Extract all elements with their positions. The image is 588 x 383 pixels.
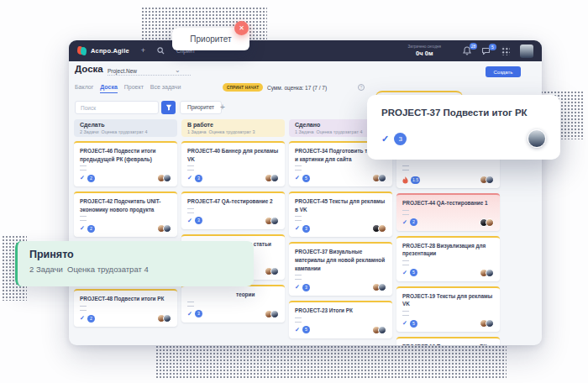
check-icon: ✓	[402, 320, 407, 327]
estimate-badge: 3	[302, 225, 310, 233]
task-card[interactable]: PROJECT-28 Визуализация для презентации …	[396, 236, 500, 281]
tab-all-tasks[interactable]: Все задачи	[150, 84, 181, 93]
check-icon: ✓	[402, 270, 407, 276]
app-window: Аспро.Agile + Спринт Затрачено сегодня 0…	[69, 40, 542, 345]
description-icon	[295, 317, 302, 323]
search-input[interactable]	[75, 101, 159, 114]
description-icon	[402, 165, 409, 171]
task-card[interactable]: PROJECT-37 Визуальные материалы для ново…	[289, 242, 392, 296]
check-icon: ✓	[187, 311, 192, 317]
user-avatar[interactable]	[520, 45, 533, 58]
assignee-avatars	[267, 310, 279, 318]
filter-button[interactable]	[161, 101, 176, 114]
notifications-bell-icon[interactable]: 28	[463, 46, 471, 55]
add-button[interactable]: +	[141, 47, 145, 55]
popup-task-title: PROJECT-37 Подвести итог РК	[381, 108, 546, 118]
task-card[interactable]: PROJECT-42 Подсчитать UNIT-экономику нов…	[74, 192, 177, 237]
assignee-avatars	[267, 267, 279, 275]
check-icon: ✓	[295, 175, 300, 181]
page-title: Доска	[75, 64, 103, 74]
estimate-badge: 1.5	[411, 176, 420, 184]
column-title: Сделать	[80, 122, 171, 128]
description-icon	[187, 208, 194, 213]
search-icon[interactable]	[157, 47, 165, 55]
check-icon: ✓	[402, 219, 407, 226]
assignee-avatars	[160, 174, 171, 182]
check-icon: ✓	[295, 284, 300, 291]
tab-board[interactable]: Доска	[100, 84, 118, 93]
description-icon	[80, 165, 87, 171]
estimate-badge: 2	[410, 218, 417, 226]
task-preview-popup[interactable]: PROJECT-37 Подвести итог РК ✓3	[367, 95, 560, 160]
task-title: PROJECT-45 Тексты для рекламы в VK	[295, 197, 386, 213]
assignee-avatars	[482, 176, 494, 184]
description-icon	[187, 302, 194, 307]
time-tracker: Затрачено сегодня 0ч 0м	[408, 45, 441, 57]
estimate-badge: 3	[394, 133, 407, 145]
task-title: теории	[187, 291, 279, 299]
description-icon	[402, 210, 409, 215]
check-icon: ✓	[187, 218, 192, 224]
time-tracker-label: Затрачено сегодня	[408, 45, 441, 49]
task-title: PROJECT-19 Тексты для рекламы VK	[402, 292, 494, 308]
check-icon: ✓	[80, 315, 85, 322]
messages-icon[interactable]: 5	[481, 47, 491, 55]
description-icon	[295, 275, 302, 280]
task-title: PROJECT-42 Подсчитать UNIT-экономику нов…	[80, 197, 171, 213]
estimate-badge: 2	[87, 315, 95, 323]
assignee-avatars	[267, 174, 279, 182]
board-tabs: Баклог Доска Проект Все задачи	[75, 84, 187, 93]
column-todo: Сделать 2 Задачи Оценка трудозатрат 4 PR…	[74, 119, 177, 327]
close-icon[interactable]: ✕	[234, 21, 249, 35]
task-card[interactable]: PROJECT-23 Итоги РК ✓5	[289, 301, 392, 338]
assignee-avatars	[375, 224, 386, 233]
task-card[interactable]: PROJECT-48 Подвести итоги РК ✓2	[74, 289, 177, 327]
accepted-column-callout: Принято 2 Задачи Оценка трудозатрат 4	[15, 241, 254, 286]
check-icon: ✓	[187, 175, 192, 181]
tab-backlog[interactable]: Баклог	[75, 84, 93, 93]
priority-filter-chip[interactable]: Приоритет	[180, 101, 222, 114]
page: Аспро.Agile + Спринт Затрачено сегодня 0…	[0, 0, 588, 383]
description-icon	[402, 260, 409, 265]
task-card[interactable]: PROJECT-19 Тексты для рекламы VK ✓5	[396, 286, 500, 332]
assignee-avatars	[375, 283, 386, 291]
check-icon: ✓	[381, 134, 389, 144]
top-navbar: Аспро.Agile + Спринт Затрачено сегодня 0…	[69, 40, 542, 61]
accepted-subtitle: 2 Задачи Оценка трудозатрат 4	[29, 265, 242, 274]
description-icon	[187, 165, 194, 171]
help-icon[interactable]: ?	[358, 84, 365, 91]
estimate-badge: 5	[302, 326, 310, 333]
halftone-pattern-bottom	[155, 342, 507, 379]
task-card[interactable]: PROJECT-46 Подвести итоги предыдущей РК …	[74, 141, 177, 186]
task-title: PROJECT-47 QA-тестирование 2	[187, 197, 279, 206]
task-card[interactable]: PROJECT-45 Тексты для рекламы в VK ✓3	[289, 192, 392, 237]
description-icon	[295, 216, 302, 221]
check-icon: ✓	[295, 327, 300, 333]
task-title: PROJECT-46 Подвести итоги предыдущей РК …	[80, 147, 171, 163]
estimate-badge: 2	[87, 225, 95, 233]
assignee-avatars	[160, 224, 171, 233]
task-card[interactable]: PROJECT-16 Подвести итоги РК	[396, 337, 500, 345]
task-card[interactable]: PROJECT-47 QA-тестирование 2 ✓3	[181, 192, 285, 229]
task-card-highlighted[interactable]: PROJECT-44 QA-тестирование 1 ✓2	[396, 193, 500, 231]
chevron-down-icon[interactable]: ⌄	[175, 66, 181, 74]
sprint-status-badge: СПРИНТ НАЧАТ	[223, 83, 263, 92]
tab-project[interactable]: Проект	[124, 84, 144, 93]
column-inprogress: В работе 1 Задача Оценка трудозатрат 3 P…	[181, 119, 285, 323]
fire-icon	[402, 176, 408, 184]
add-filter-button[interactable]: +	[220, 102, 225, 113]
task-card[interactable]: PROJECT-40 Баннер для рекламы VK ✓3	[181, 141, 285, 186]
apps-grid-icon[interactable]	[501, 46, 510, 55]
task-card[interactable]: теории ✓3	[181, 285, 285, 323]
estimate-badge: 3	[195, 175, 202, 182]
estimate-badge: 3	[302, 284, 310, 291]
task-title: PROJECT-28 Визуализация для презентации	[402, 242, 494, 258]
assignee-avatars	[482, 218, 494, 227]
task-title: PROJECT-37 Визуальные материалы для ново…	[295, 248, 386, 272]
assignee-avatars	[375, 326, 386, 334]
column-header-todo: Сделать 2 Задачи Оценка трудозатрат 4	[74, 119, 177, 137]
create-button[interactable]: Создать	[486, 66, 521, 77]
assignee-avatars	[267, 217, 279, 225]
estimate-badge: 3	[195, 310, 202, 317]
estimate-badge: 5	[302, 175, 310, 182]
